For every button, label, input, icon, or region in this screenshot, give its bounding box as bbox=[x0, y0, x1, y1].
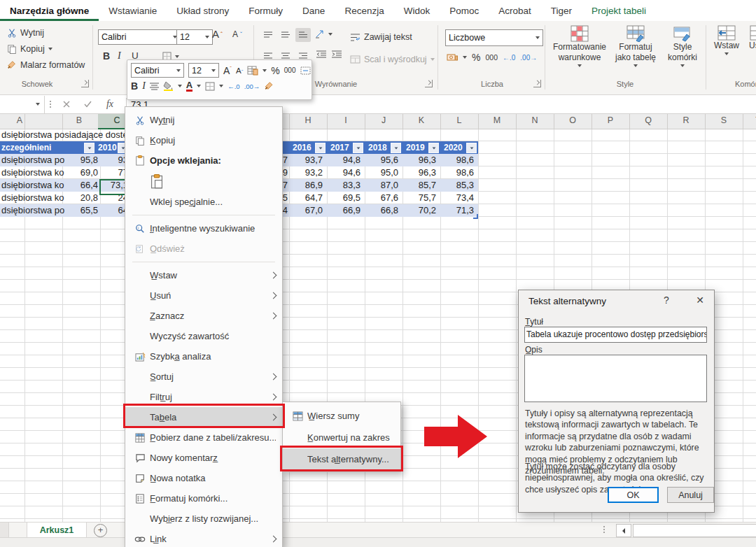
sheet-tab-arkusz1[interactable]: Arkusz1 bbox=[27, 523, 87, 539]
col-header[interactable]: I bbox=[344, 115, 346, 125]
submenu-item-total-row[interactable]: W̲iersz sumy bbox=[283, 405, 400, 427]
col-header[interactable]: J bbox=[382, 115, 386, 125]
table-resize-handle[interactable] bbox=[473, 214, 478, 219]
align-middle-button[interactable] bbox=[278, 28, 293, 42]
menu-item-delete[interactable]: U̲suń bbox=[125, 285, 282, 306]
mini-decrease-decimal-icon[interactable]: ←.0 bbox=[227, 83, 239, 90]
col-header[interactable]: H bbox=[304, 115, 311, 125]
mini-grow-font-button[interactable]: Aˆ bbox=[223, 65, 232, 76]
menu-item-sort[interactable]: S̲ortuj bbox=[125, 367, 282, 387]
col-header-a[interactable]: A bbox=[17, 115, 22, 125]
menu-item-select[interactable]: Z̲aznacz bbox=[125, 306, 282, 326]
align-bottom-button[interactable] bbox=[295, 28, 311, 42]
tab-tiger[interactable]: Tiger bbox=[541, 1, 582, 21]
scroll-left-icon[interactable] bbox=[616, 524, 631, 537]
header-cell-year[interactable]: 2017 bbox=[330, 141, 351, 154]
mini-size-combo[interactable]: 12 bbox=[188, 63, 219, 78]
enter-icon[interactable] bbox=[77, 101, 98, 108]
menu-item-cut[interactable]: Wyt̲nij bbox=[125, 110, 282, 130]
mini-font-color-icon[interactable]: A bbox=[186, 81, 192, 92]
help-icon[interactable]: ? bbox=[659, 294, 674, 306]
filter-button[interactable] bbox=[391, 143, 401, 153]
paste-option-button[interactable] bbox=[125, 171, 282, 192]
grow-font-button[interactable]: Aˆ bbox=[212, 28, 223, 40]
add-sheet-icon[interactable]: + bbox=[94, 524, 107, 537]
conditional-formatting-button[interactable]: Formatowanie warunkowe bbox=[552, 25, 608, 67]
cell[interactable]: 64,7 bbox=[288, 192, 323, 204]
cell[interactable]: 95,8 bbox=[67, 154, 98, 166]
col-header-c[interactable]: C bbox=[113, 115, 120, 125]
header-cell-year[interactable]: 2019 bbox=[406, 141, 427, 154]
cell[interactable]: 93,7 bbox=[288, 154, 323, 166]
cell[interactable]: 66,9 bbox=[326, 204, 360, 217]
tab-view[interactable]: Widok bbox=[394, 1, 440, 21]
tab-data[interactable]: Dane bbox=[293, 1, 335, 21]
mini-format-painter-icon[interactable] bbox=[264, 81, 274, 91]
header-cell-year[interactable]: 2020 bbox=[444, 141, 465, 154]
increase-decimal-icon[interactable]: .00→ bbox=[520, 54, 537, 62]
header-cell-year[interactable]: 2018 bbox=[368, 141, 389, 154]
format-as-table-button[interactable]: Formatuj jako tabelę bbox=[610, 25, 661, 67]
cell[interactable]: 96,3 bbox=[401, 154, 436, 166]
tabbar-splitter[interactable] bbox=[603, 526, 605, 533]
cancel-icon[interactable] bbox=[56, 101, 77, 108]
wrap-text-button[interactable]: Zawijaj tekst bbox=[350, 32, 412, 42]
mini-center-icon[interactable] bbox=[150, 83, 159, 90]
cell[interactable]: 93 bbox=[100, 154, 128, 166]
menu-item-new-note[interactable]: N̲owa notatka bbox=[125, 468, 282, 488]
menu-item-paste-special[interactable]: Wklej spec̲jalnie... bbox=[125, 192, 282, 212]
col-header[interactable]: R bbox=[682, 115, 689, 125]
cell[interactable]: 77 bbox=[100, 166, 128, 179]
comma-style-button[interactable]: 000 bbox=[485, 53, 498, 62]
menu-item-format-cells[interactable]: F̲ormatuj komórki... bbox=[125, 488, 282, 509]
cell[interactable]: 85,3 bbox=[439, 179, 474, 192]
menu-item-smart-lookup[interactable]: i I̲nteligentne wyszukiwanie bbox=[125, 218, 282, 239]
tab-insert[interactable]: Wstawianie bbox=[99, 1, 167, 21]
shrink-font-button[interactable]: Aˇ bbox=[232, 29, 242, 39]
filter-button[interactable] bbox=[428, 143, 439, 153]
cell[interactable]: 65,5 bbox=[67, 204, 98, 217]
menu-item-copy[interactable]: K̲opiuj bbox=[125, 130, 282, 150]
mini-increase-decimal-icon[interactable]: .00→ bbox=[244, 83, 260, 90]
tab-table-design[interactable]: Projekt tabeli bbox=[582, 1, 656, 21]
orientation-button[interactable] bbox=[315, 29, 332, 38]
italic-button[interactable]: I bbox=[118, 50, 121, 62]
mini-fill-color-icon[interactable] bbox=[163, 81, 174, 91]
bold-button[interactable]: B bbox=[103, 50, 110, 62]
col-header[interactable]: P bbox=[608, 115, 613, 125]
header-cell-year[interactable]: 2010 bbox=[98, 141, 118, 154]
mini-comma-button[interactable]: 000 bbox=[284, 66, 296, 74]
menu-item-new-comment[interactable]: Nowy komentarz̲ bbox=[125, 448, 282, 468]
delete-cells-button[interactable]: Usuń bbox=[743, 25, 756, 51]
filter-button[interactable] bbox=[466, 143, 477, 153]
format-painter-button[interactable]: Malarz formatów bbox=[7, 60, 85, 70]
number-dialog-launcher[interactable] bbox=[533, 80, 541, 87]
col-header-b[interactable]: B bbox=[76, 115, 82, 125]
cell[interactable]: 70,2 bbox=[401, 204, 436, 217]
cut-button[interactable]: Wytnij bbox=[7, 28, 44, 38]
mini-shrink-font-button[interactable]: Aˇ bbox=[236, 66, 243, 75]
cell[interactable]: 94,8 bbox=[326, 154, 360, 166]
sheet-nav-strip[interactable] bbox=[0, 523, 9, 537]
tab-home[interactable]: Narzędzia główne bbox=[0, 1, 99, 21]
filter-button[interactable] bbox=[315, 143, 326, 153]
table-title-cell[interactable]: dsiębiorstwa posiadające dostęp bbox=[1, 129, 125, 141]
mini-italic-button[interactable]: I bbox=[142, 80, 146, 92]
col-header[interactable]: N bbox=[531, 115, 538, 125]
menu-item-link[interactable]: Li̲nk bbox=[125, 529, 282, 547]
cell[interactable]: 69,0 bbox=[67, 166, 98, 179]
cell[interactable]: 67,6 bbox=[363, 192, 398, 204]
formula-bar-grip[interactable] bbox=[45, 101, 56, 108]
mini-format-table-icon[interactable] bbox=[247, 66, 258, 76]
description-field-input[interactable] bbox=[524, 355, 707, 402]
tab-page-layout[interactable]: Układ strony bbox=[167, 1, 239, 21]
col-header[interactable]: K bbox=[419, 115, 424, 125]
header-cell-year[interactable]: 2016 bbox=[293, 141, 314, 154]
cell[interactable]: 66,8 bbox=[363, 204, 398, 217]
mini-font-combo[interactable]: Calibri bbox=[131, 63, 184, 78]
filter-button[interactable] bbox=[84, 143, 94, 153]
insert-function-button[interactable]: fx bbox=[98, 99, 122, 110]
mini-merge-icon[interactable] bbox=[300, 66, 311, 75]
horizontal-scrollbar[interactable] bbox=[633, 524, 756, 537]
cell[interactable]: 95,0 bbox=[363, 166, 398, 179]
